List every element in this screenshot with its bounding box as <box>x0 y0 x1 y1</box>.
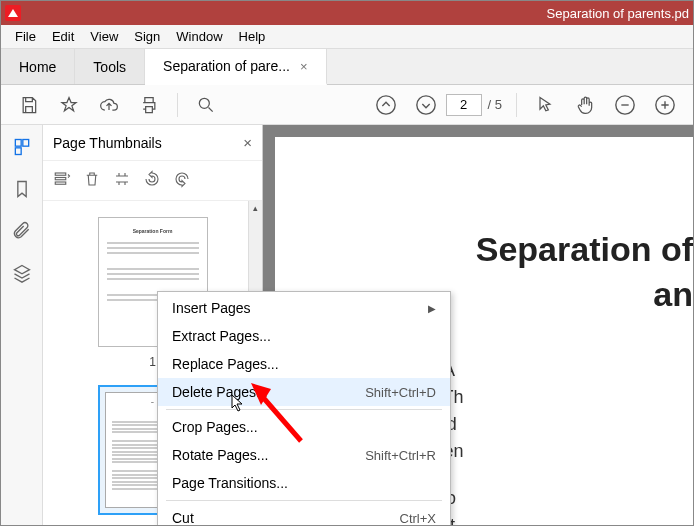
page-number-input[interactable] <box>446 94 482 116</box>
tab-document-label: Separation of pare... <box>163 58 290 74</box>
menu-separator <box>166 409 442 410</box>
menu-edit[interactable]: Edit <box>44 27 82 46</box>
menu-insert-pages[interactable]: Insert Pages▶ <box>158 294 450 322</box>
tab-document[interactable]: Separation of pare... × <box>145 49 326 85</box>
hand-tool-button[interactable] <box>569 89 601 121</box>
menu-help[interactable]: Help <box>231 27 274 46</box>
title-bar: Separation of parents.pd <box>1 1 693 25</box>
tab-bar: Home Tools Separation of pare... × <box>1 49 693 85</box>
upload-cloud-button[interactable] <box>93 89 125 121</box>
menu-view[interactable]: View <box>82 27 126 46</box>
tab-close-icon[interactable]: × <box>300 59 308 74</box>
star-button[interactable] <box>53 89 85 121</box>
thumb-delete-button[interactable] <box>83 170 101 192</box>
thumb-rotate-ccw-button[interactable] <box>143 170 161 192</box>
thumbnail-panel-close-icon[interactable]: × <box>243 134 252 151</box>
page-total-label: / 5 <box>488 97 502 112</box>
thumb-insert-button[interactable] <box>113 170 131 192</box>
window-title: Separation of parents.pd <box>547 6 689 21</box>
zoom-in-button[interactable] <box>649 89 681 121</box>
scroll-up-icon[interactable]: ▴ <box>249 201 262 215</box>
search-button[interactable] <box>190 89 222 121</box>
svg-point-0 <box>199 98 209 108</box>
svg-rect-7 <box>22 140 28 147</box>
app-logo-icon <box>5 5 21 21</box>
menu-delete-pages[interactable]: Delete Pages...Shift+Ctrl+D <box>158 378 450 406</box>
main-toolbar: / 5 <box>1 85 693 125</box>
svg-point-2 <box>416 95 434 113</box>
svg-rect-8 <box>55 173 66 175</box>
menu-bar: File Edit View Sign Window Help <box>1 25 693 49</box>
pointer-tool-button[interactable] <box>529 89 561 121</box>
thumbnail-panel-title: Page Thumbnails <box>53 135 162 151</box>
menu-window[interactable]: Window <box>168 27 230 46</box>
menu-separator <box>166 500 442 501</box>
menu-cut[interactable]: CutCtrl+X <box>158 504 450 526</box>
menu-rotate-pages[interactable]: Rotate Pages...Shift+Ctrl+R <box>158 441 450 469</box>
thumb-options-button[interactable] <box>53 170 71 192</box>
svg-rect-9 <box>55 177 66 179</box>
svg-rect-10 <box>55 182 66 184</box>
bookmarks-panel-button[interactable] <box>10 177 34 201</box>
thumb-rotate-cw-button[interactable] <box>173 170 191 192</box>
menu-sign[interactable]: Sign <box>126 27 168 46</box>
thumbnail-toolbar <box>43 161 262 201</box>
menu-extract-pages[interactable]: Extract Pages... <box>158 322 450 350</box>
thumbnails-panel-button[interactable] <box>10 135 34 159</box>
delete-shortcut: Shift+Ctrl+D <box>365 385 436 400</box>
submenu-arrow-icon: ▶ <box>428 303 436 314</box>
cut-shortcut: Ctrl+X <box>400 511 436 526</box>
tab-tools[interactable]: Tools <box>75 49 145 84</box>
rotate-shortcut: Shift+Ctrl+R <box>365 448 436 463</box>
svg-point-1 <box>376 95 394 113</box>
page-down-button[interactable] <box>410 89 442 121</box>
menu-crop-pages[interactable]: Crop Pages... <box>158 413 450 441</box>
left-rail <box>1 125 43 525</box>
menu-page-transitions[interactable]: Page Transitions... <box>158 469 450 497</box>
save-button[interactable] <box>13 89 45 121</box>
menu-file[interactable]: File <box>7 27 44 46</box>
svg-rect-6 <box>15 148 21 155</box>
print-button[interactable] <box>133 89 165 121</box>
tab-home[interactable]: Home <box>1 49 75 84</box>
svg-rect-5 <box>15 140 21 147</box>
menu-replace-pages[interactable]: Replace Pages... <box>158 350 450 378</box>
page-up-button[interactable] <box>370 89 402 121</box>
thumbnail-panel-header: Page Thumbnails × <box>43 125 262 161</box>
zoom-out-button[interactable] <box>609 89 641 121</box>
context-menu: Insert Pages▶ Extract Pages... Replace P… <box>157 291 451 526</box>
layers-panel-button[interactable] <box>10 261 34 285</box>
attachments-panel-button[interactable] <box>10 219 34 243</box>
